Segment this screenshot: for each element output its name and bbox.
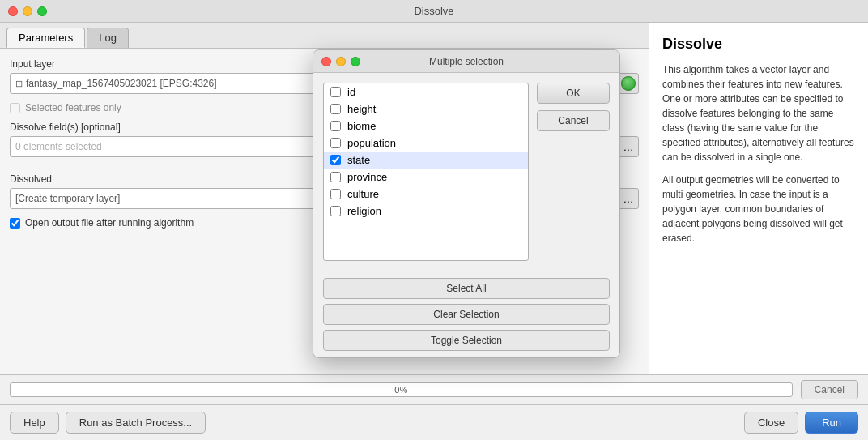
- list-item-checkbox[interactable]: [330, 138, 341, 148]
- batch-button[interactable]: Run as Batch Process...: [66, 412, 206, 434]
- right-panel-title: Dissolve: [662, 36, 855, 53]
- tab-bar: Parameters Log: [0, 23, 649, 49]
- modal-action-buttons: OK Cancel: [537, 83, 610, 261]
- list-item[interactable]: state: [324, 152, 528, 169]
- modal-max-btn[interactable]: [351, 57, 360, 66]
- minimize-button[interactable]: [23, 6, 32, 16]
- dissolved-value: [Create temporary layer]: [15, 193, 120, 204]
- window-title: Dissolve: [414, 5, 453, 17]
- modal-window-controls: [321, 57, 360, 66]
- list-item-label: biome: [347, 120, 376, 132]
- open-output-label: Open output file after running algorithm: [25, 217, 194, 229]
- modal-close-btn[interactable]: [321, 57, 331, 66]
- progress-bar: 0%: [10, 382, 793, 397]
- toggle-selection-button[interactable]: Toggle Selection: [323, 330, 610, 351]
- list-item[interactable]: height: [324, 100, 528, 117]
- tab-parameters[interactable]: Parameters: [6, 28, 85, 48]
- footer-left: Help Run as Batch Process...: [10, 412, 206, 434]
- list-item[interactable]: population: [324, 135, 528, 152]
- list-item-label: id: [347, 86, 355, 98]
- list-item-checkbox[interactable]: [330, 206, 341, 216]
- list-item[interactable]: culture: [324, 186, 528, 203]
- list-item-checkbox[interactable]: [330, 172, 341, 182]
- tab-log[interactable]: Log: [87, 28, 129, 48]
- cancel-progress-button[interactable]: Cancel: [801, 380, 858, 399]
- dissolve-fields-options[interactable]: …: [618, 136, 639, 157]
- list-item-checkbox[interactable]: [330, 104, 341, 114]
- ok-button[interactable]: OK: [537, 83, 610, 104]
- list-item-label: religion: [347, 205, 381, 217]
- footer-right: Close Run: [744, 412, 858, 434]
- list-item-checkbox[interactable]: [330, 155, 341, 165]
- open-output-checkbox[interactable]: [10, 218, 20, 229]
- run-button[interactable]: Run: [805, 412, 858, 434]
- progress-bar-area: 0% Cancel: [0, 374, 868, 404]
- multiple-selection-modal: Multiple selection idheightbiomepopulati…: [313, 49, 620, 358]
- green-circle-icon: [621, 76, 636, 91]
- list-item-label: province: [347, 171, 387, 183]
- close-button[interactable]: Close: [744, 412, 798, 434]
- maximize-button[interactable]: [37, 6, 47, 16]
- list-item[interactable]: id: [324, 83, 528, 100]
- select-all-button[interactable]: Select All: [323, 278, 610, 299]
- progress-value: 0%: [394, 385, 407, 395]
- modal-title: Multiple selection: [429, 56, 504, 67]
- list-item-label: culture: [347, 188, 379, 200]
- list-item-label: height: [347, 103, 376, 115]
- input-layer-refresh[interactable]: [618, 73, 639, 94]
- modal-min-btn[interactable]: [336, 57, 346, 66]
- right-panel-para1: This algorithm takes a vector layer and …: [662, 62, 855, 164]
- footer-bar: Help Run as Batch Process... Close Run: [0, 404, 868, 440]
- list-item-label: population: [347, 137, 396, 149]
- dissolve-fields-placeholder: 0 elements selected: [15, 141, 102, 152]
- cancel-button[interactable]: Cancel: [537, 110, 610, 131]
- help-button[interactable]: Help: [10, 412, 59, 434]
- window-controls: [8, 6, 47, 16]
- layer-icon: ⊡: [15, 79, 23, 89]
- right-panel: Dissolve This algorithm takes a vector l…: [649, 23, 868, 374]
- modal-footer: Select All Clear Selection Toggle Select…: [313, 271, 619, 357]
- list-item[interactable]: religion: [324, 203, 528, 220]
- list-item[interactable]: biome: [324, 117, 528, 135]
- modal-list[interactable]: idheightbiomepopulationstateprovincecult…: [323, 83, 529, 261]
- modal-title-bar: Multiple selection: [313, 50, 619, 73]
- list-item-checkbox[interactable]: [330, 189, 341, 199]
- list-item-label: state: [347, 154, 370, 166]
- list-item-checkbox[interactable]: [330, 87, 341, 97]
- title-bar: Dissolve: [0, 0, 868, 23]
- input-layer-value: fantasy_map_1567405023021 [EPSG:4326]: [26, 78, 217, 89]
- list-item[interactable]: province: [324, 169, 528, 186]
- list-item-checkbox[interactable]: [330, 121, 341, 131]
- clear-selection-button[interactable]: Clear Selection: [323, 304, 610, 325]
- selected-features-label: Selected features only: [25, 102, 121, 113]
- modal-body: idheightbiomepopulationstateprovincecult…: [313, 73, 619, 271]
- selected-features-checkbox[interactable]: [10, 103, 20, 113]
- right-panel-para2: All output geometries will be converted …: [662, 173, 855, 246]
- dissolved-options[interactable]: …: [618, 188, 639, 209]
- close-button[interactable]: [8, 6, 18, 16]
